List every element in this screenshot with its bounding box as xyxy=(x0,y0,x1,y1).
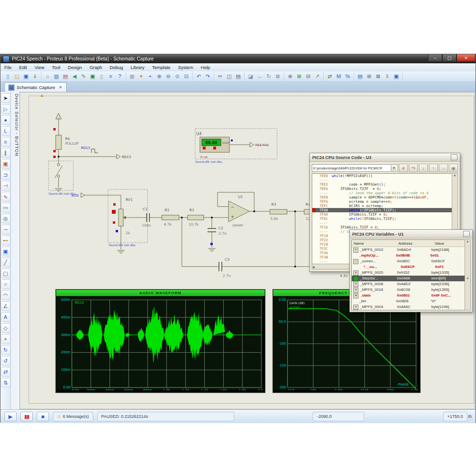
button-contact[interactable] xyxy=(58,164,60,166)
step-into-icon[interactable]: ↓ xyxy=(419,164,428,172)
variables-scrollbar[interactable]: ▲▼ xyxy=(465,239,471,310)
menu-design[interactable]: Design xyxy=(64,64,86,71)
source-window-title-bar[interactable]: PIC24 CPU Source Code - U3 xyxy=(310,153,460,162)
current-probe-tool[interactable]: ⊷ xyxy=(1,236,10,245)
sound-icon[interactable]: ◀ xyxy=(70,72,79,81)
power-terminal[interactable] xyxy=(56,113,61,119)
source-window-close-button[interactable] xyxy=(451,154,457,160)
resistor-r2[interactable] xyxy=(188,215,204,220)
code-line[interactable]: 7F0C while(!IFS0bits.T2IF); xyxy=(312,217,453,221)
text-script-tool[interactable]: ≡ xyxy=(1,137,10,147)
code-line[interactable]: 7F0A IFS0bits.T2IF = 0; xyxy=(312,212,453,217)
redo-icon[interactable]: ↷ xyxy=(203,72,212,81)
design-explorer-icon[interactable]: ▤ xyxy=(356,72,365,81)
box-2d-tool[interactable]: ▢ xyxy=(1,268,10,278)
variable-row[interactable]: *__cu...0xE6CF0xF1 xyxy=(352,264,466,270)
code-line[interactable]: 7EE0while(!MPFSIsEOF()) xyxy=(312,174,453,178)
graph-tool[interactable]: ∿ xyxy=(1,192,10,201)
block-rotate-icon[interactable]: ↻ xyxy=(264,72,273,81)
import-section-icon[interactable]: ⇓ xyxy=(30,72,40,81)
variable-row[interactable]: +_MPFS_00100xBAD4byte[2188] xyxy=(352,247,466,253)
symbol-2d-tool[interactable]: ◇ xyxy=(1,323,10,333)
variable-row[interactable]: +_MPFS_00080xA8D2byte[2336] xyxy=(352,281,466,287)
play-button[interactable]: ▶ xyxy=(4,412,17,421)
center-at-cursor-icon[interactable]: + xyxy=(146,72,155,81)
mirror-x-tool[interactable]: ⇄ xyxy=(1,367,10,377)
line-2d-tool[interactable]: ╱ xyxy=(1,258,10,267)
code-line[interactable]: ---- xyxy=(312,221,453,225)
help-icon[interactable]: ? xyxy=(115,72,124,81)
cpu-variables-window[interactable]: PIC24 CPU Variables - U1 Name Address Va… xyxy=(349,229,473,312)
terminal-tool[interactable]: ⊐ xyxy=(1,170,10,179)
save-design-icon[interactable]: ▣ xyxy=(21,72,30,81)
code-line[interactable]: 7F16 IFS0bits.T2IF = 0; xyxy=(312,225,453,229)
toggle-breakpoint-icon[interactable]: ◉ xyxy=(449,164,458,172)
menu-system[interactable]: System xyxy=(174,64,197,71)
voltage-probe-tool[interactable]: ⊸ xyxy=(1,225,10,234)
terminal-aud[interactable] xyxy=(81,193,85,198)
design-notes-icon[interactable]: ≡ xyxy=(106,72,115,81)
packaging-tool-icon[interactable]: ⊟ xyxy=(304,72,313,81)
electrical-check-icon[interactable]: ▣ xyxy=(392,72,401,81)
block-copy-icon[interactable]: ◪ xyxy=(246,72,255,81)
close-button[interactable]: ✕ xyxy=(456,54,476,62)
bus-tool[interactable]: ∥ xyxy=(1,148,10,158)
mirror-y-tool[interactable]: ⇅ xyxy=(1,378,10,387)
block-delete-icon[interactable]: ⊠ xyxy=(273,72,282,81)
false-origin-icon[interactable]: ✦ xyxy=(137,72,146,81)
menu-template[interactable]: Template xyxy=(149,64,175,71)
variables-window-close-button[interactable] xyxy=(463,231,470,237)
home-sheet-icon[interactable]: ⌂ xyxy=(43,72,52,81)
stop-button[interactable]: ■ xyxy=(37,412,49,421)
menu-graph[interactable]: Graph xyxy=(86,64,106,71)
zoom-all-icon[interactable]: ⊙ xyxy=(173,72,182,81)
variable-row[interactable]: +_MPFS_00160x8C06byte[1355] xyxy=(352,287,466,293)
new-sheet-icon[interactable]: ⊞ xyxy=(365,72,374,81)
chip-icon[interactable]: ▣ xyxy=(88,72,97,81)
code-line[interactable]: 7EE6 IFS0bits.T2IF = 0; xyxy=(312,187,453,191)
report-icon[interactable]: ▯ xyxy=(97,72,106,81)
combobox-dropdown-icon[interactable]: ▾ xyxy=(391,165,397,171)
menu-library[interactable]: Library xyxy=(127,64,149,71)
variable-row[interactable]: −_curren...0x080C0xE6CF xyxy=(352,258,466,264)
property-assignment-icon[interactable]: % xyxy=(343,72,352,81)
selection-tool[interactable]: ➤ xyxy=(1,93,10,103)
variables-window-title-bar[interactable]: PIC24 CPU Variables - U1 xyxy=(350,230,472,238)
menu-file[interactable]: File xyxy=(0,64,15,71)
pick-parts-icon[interactable]: ⊕ xyxy=(286,72,295,81)
display-settings-icon[interactable]: ▤ xyxy=(61,72,70,81)
rotate-ccw-tool[interactable]: ↺ xyxy=(1,356,10,366)
text-2d-tool[interactable]: A xyxy=(1,312,10,322)
tape-tool[interactable]: ▭ xyxy=(1,203,10,212)
arc-2d-tool[interactable]: ◠ xyxy=(1,290,10,300)
code-line[interactable]: 7F00 while(!IFS0bits.T2IF); xyxy=(312,208,453,212)
code-line[interactable]: 7EE8 sample = ADPCMDecoder((code>>4)&0x0… xyxy=(312,195,453,199)
search-tag-icon[interactable]: M xyxy=(334,72,343,81)
circle-2d-tool[interactable]: ○ xyxy=(1,279,10,289)
run-simulation-icon[interactable]: ⚡ xyxy=(399,164,408,172)
edit-icon[interactable]: ✎ xyxy=(79,72,88,81)
goto-sheet-icon[interactable]: ⇩ xyxy=(383,72,392,81)
device-pin-tool[interactable]: ⊣ xyxy=(1,181,10,190)
minimize-button[interactable]: – xyxy=(428,54,442,62)
audio-graph-window[interactable]: AUDIO WAVEFORM 500m400m300m200m100m0.000… xyxy=(56,289,265,393)
source-file-combobox[interactable]: K:\prodev\image\SAMPLES\VSM for PICMICR … xyxy=(312,164,398,172)
wire-label-tool[interactable]: L xyxy=(1,126,10,136)
block-move-icon[interactable]: ↔ xyxy=(255,72,264,81)
menu-tool[interactable]: Tool xyxy=(48,64,64,71)
wire-autorouter-icon[interactable]: ⇄ xyxy=(325,72,334,81)
make-device-icon[interactable]: ⊞ xyxy=(295,72,304,81)
pot-rv1[interactable] xyxy=(119,209,123,226)
code-line[interactable]: 7EF6 ocrtemp = sample>>4; xyxy=(312,199,453,204)
rotate-cw-tool[interactable]: ↻ xyxy=(1,345,10,355)
variable-row[interactable]: _StepSiz...0x0A68word[89] xyxy=(352,276,466,281)
code-line[interactable]: 7EE2 code = MPFSGet(); xyxy=(312,182,453,187)
variable-row[interactable]: +_state0x08020x6F 0xC... xyxy=(352,293,466,298)
zoom-area-icon[interactable]: ⊡ xyxy=(182,72,191,81)
new-design-icon[interactable]: ▯ xyxy=(3,72,12,81)
step-over-icon[interactable]: ↷ xyxy=(409,164,418,172)
decompose-icon[interactable]: ↗ xyxy=(313,72,322,81)
resistor-r3[interactable] xyxy=(270,209,287,214)
tab-schematic-capture[interactable]: Schematic Capture ✕ xyxy=(4,82,67,92)
variable-row[interactable]: +_MPFS_00200x9152byte[1335] xyxy=(352,270,466,276)
